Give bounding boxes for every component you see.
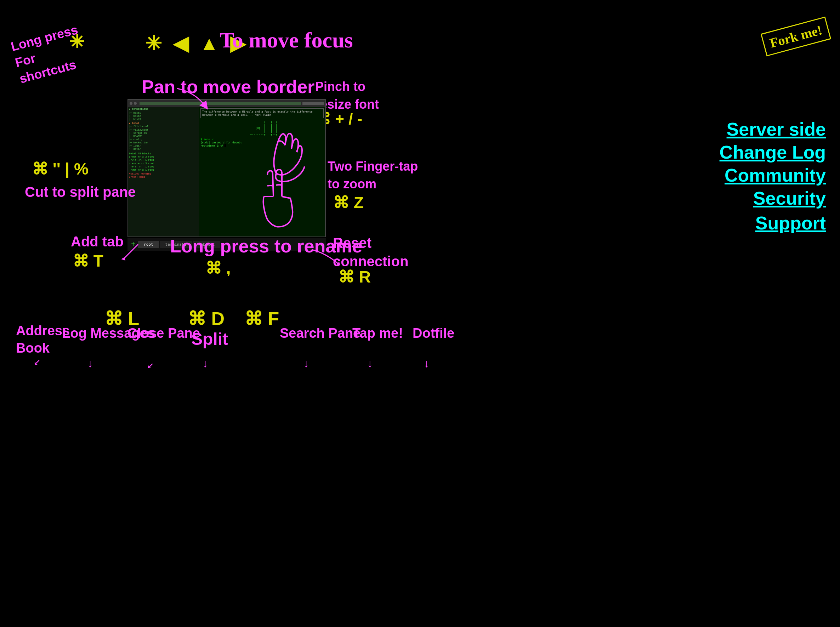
- rename-key: ⌘ ,: [205, 258, 231, 277]
- log-messages-arrow: ↓: [87, 358, 93, 371]
- address-book-arrow: ↙: [34, 354, 40, 368]
- community-link[interactable]: Community: [725, 165, 826, 186]
- search-pane-label: Search Pane: [280, 326, 361, 341]
- dotfile-arrow: ↓: [423, 358, 430, 371]
- cut-split-label: Cut to split pane: [25, 184, 136, 200]
- quote-box: The difference between a Miracle and a F…: [200, 108, 324, 118]
- tap-me-arrow: ↓: [367, 358, 373, 371]
- two-finger-tap-hint: Two Finger-tapto zoom: [328, 158, 420, 193]
- move-focus-label: To move focus: [219, 28, 353, 53]
- search-pane-arrow: ↓: [303, 358, 309, 371]
- support-link[interactable]: Support: [755, 213, 826, 234]
- reset-connection-arrow: [308, 246, 344, 267]
- change-log-link[interactable]: Change Log: [720, 142, 826, 163]
- split-label: Split: [191, 329, 228, 349]
- cmd-F-key: ⌘ F: [244, 308, 279, 329]
- add-tab-key: ⌘ T: [72, 251, 103, 271]
- fork-me-label[interactable]: Fork me!: [761, 17, 832, 57]
- two-finger-tap-icon: [248, 168, 304, 235]
- reset-key: ⌘ R: [338, 267, 371, 287]
- terminal-file-list: ▶ connections ├─ host1 ├─ host2 ├─ host3…: [128, 107, 199, 236]
- terminal-topbar: [128, 100, 325, 107]
- reset-connection-hint: Resetconnection: [333, 234, 404, 271]
- security-link[interactable]: Security: [753, 187, 826, 209]
- cut-split-keys: ⌘ '' | %: [32, 159, 88, 178]
- dotfile-label: Dotfile: [413, 326, 454, 341]
- svg-marker-0: [121, 257, 125, 261]
- pan-border-arrow: [173, 85, 216, 113]
- add-tab-hint: Add tab: [71, 234, 124, 250]
- close-pane-arrow: ↙: [147, 358, 154, 372]
- page: { "title": "Terminal App Help Screen", "…: [0, 0, 840, 627]
- close-pane-label: Close Pane: [128, 326, 200, 341]
- cmd-symbol-topleft: ✳: [69, 31, 85, 52]
- tap-me-label: Tap me!: [352, 326, 403, 341]
- zoom-key: ⌘ Z: [333, 193, 364, 212]
- pinch-resize-hint: Pinch toresize font: [315, 78, 414, 113]
- split-arrow: ↓: [202, 358, 209, 371]
- add-tab-arrow: [117, 241, 145, 262]
- pan-border-label: Pan to move border: [142, 76, 314, 98]
- long-press-hint: Long press For shortcuts: [9, 19, 98, 87]
- server-side-link[interactable]: Server side: [727, 118, 826, 140]
